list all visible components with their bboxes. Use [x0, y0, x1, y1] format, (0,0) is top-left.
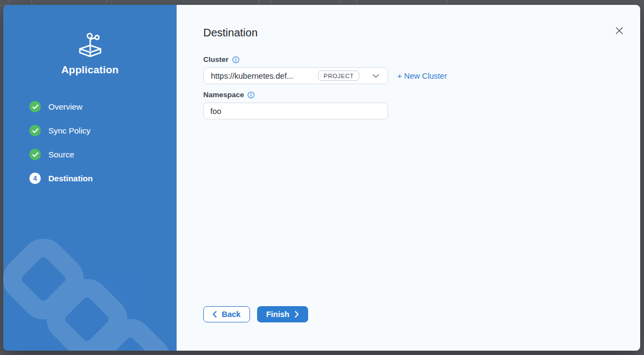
wizard-title: Application: [3, 64, 177, 76]
step-complete-icon: [29, 149, 41, 160]
back-button[interactable]: Back: [203, 306, 250, 322]
close-icon[interactable]: [614, 26, 624, 35]
info-icon[interactable]: [247, 91, 255, 99]
wizard-sidebar: Application Overview Sync Policy: [3, 5, 177, 351]
wizard-content-panel: Destination Cluster https://kubernetes.d…: [177, 5, 640, 351]
step-label: Destination: [48, 174, 93, 183]
cluster-label-row: Cluster: [203, 55, 640, 64]
wizard-steps: Overview Sync Policy Source: [3, 101, 177, 184]
cluster-select-value: https://kubernetes.def...: [211, 72, 293, 80]
step-complete-icon: [29, 125, 41, 136]
new-cluster-link[interactable]: + New Cluster: [397, 72, 447, 80]
sidebar-watermark-pattern: [3, 220, 177, 351]
step-label: Source: [48, 150, 74, 159]
namespace-input[interactable]: [203, 103, 388, 119]
check-icon: [32, 128, 39, 134]
step-source[interactable]: Source: [29, 149, 177, 160]
destination-form: Cluster https://kubernetes.def... PROJEC…: [203, 55, 640, 119]
chevron-right-icon: [295, 311, 299, 318]
application-wizard-dialog: Application Overview Sync Policy: [3, 5, 640, 351]
cluster-select[interactable]: https://kubernetes.def... PROJECT: [203, 67, 388, 84]
check-icon: [32, 152, 39, 157]
check-icon: [32, 104, 39, 110]
step-sync-policy[interactable]: Sync Policy: [29, 125, 177, 136]
namespace-label: Namespace: [203, 91, 244, 99]
page-title: Destination: [203, 27, 640, 39]
finish-button[interactable]: Finish: [257, 306, 309, 322]
project-badge: PROJECT: [318, 71, 359, 81]
application-box-icon: [76, 31, 104, 57]
step-overview[interactable]: Overview: [29, 101, 177, 112]
step-label: Sync Policy: [48, 126, 91, 135]
wizard-footer: Back Finish: [203, 306, 308, 322]
cluster-label: Cluster: [203, 55, 229, 64]
back-button-label: Back: [222, 310, 241, 319]
namespace-label-row: Namespace: [203, 91, 640, 99]
finish-button-label: Finish: [266, 310, 290, 319]
step-number-badge: 4: [29, 173, 41, 184]
step-destination[interactable]: 4 Destination: [29, 173, 177, 184]
chevron-left-icon: [212, 311, 217, 318]
info-icon[interactable]: [232, 56, 240, 64]
chevron-down-icon: [372, 74, 379, 78]
step-label: Overview: [48, 102, 83, 111]
step-complete-icon: [29, 101, 41, 112]
